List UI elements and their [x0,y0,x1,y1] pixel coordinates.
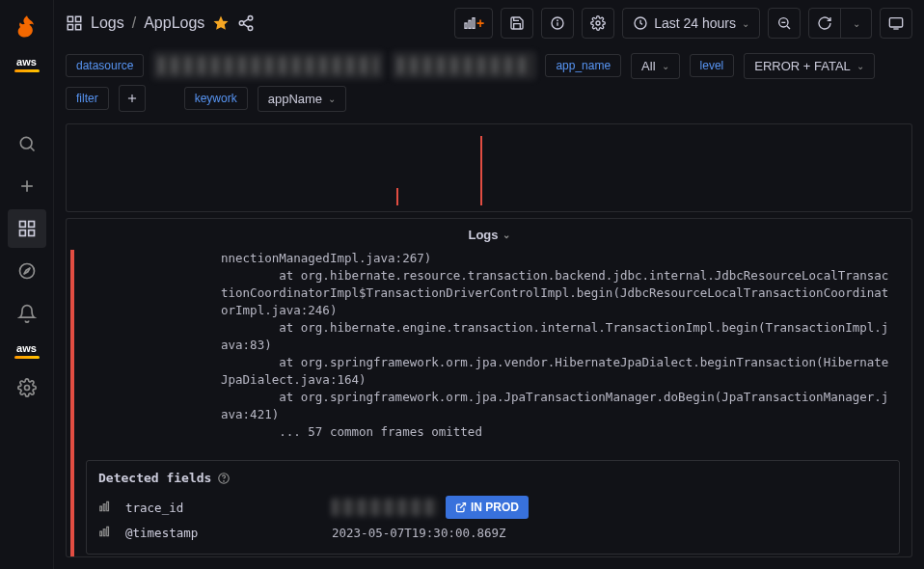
field-value: IN PROD [332,496,529,519]
svg-point-16 [249,16,254,21]
svg-point-17 [240,21,245,26]
svg-line-41 [460,503,466,509]
datasource-selector[interactable] [153,52,383,79]
detected-fields-title-text: Detected fields [98,471,211,485]
time-range-picker[interactable]: Last 24 hours ⌄ [622,8,760,39]
dashboards-icon[interactable] [8,209,46,248]
breadcrumb: Logs / AppLogs [66,14,255,32]
dashboard-content: Logs ⌄ nnectionManagedImpl.java:267) at … [54,118,924,569]
histogram-bar [480,136,482,205]
field-name: trace_id [125,501,318,515]
stats-icon[interactable] [98,525,112,541]
logs-body: nnectionManagedImpl.java:267) at org.hib… [70,250,911,556]
svg-point-26 [557,20,558,21]
app-name-selector[interactable]: All ⌄ [631,53,679,79]
chevron-down-icon: ⌄ [662,61,669,71]
svg-rect-39 [103,503,105,510]
app-name-label: app_name [545,54,621,77]
svg-point-18 [249,26,254,31]
svg-rect-5 [28,222,34,228]
chevron-down-icon: ⌄ [742,18,749,29]
svg-rect-14 [76,25,81,30]
main-content: Logs / AppLogs + Last 24 hours ⌄ [54,0,924,569]
svg-rect-7 [28,230,34,236]
breadcrumb-separator: / [132,14,136,32]
svg-point-37 [224,480,225,481]
star-icon[interactable] [212,14,230,32]
svg-rect-32 [889,18,902,27]
svg-rect-42 [100,531,102,536]
svg-rect-38 [100,506,102,511]
refresh-button[interactable] [808,8,841,39]
level-label: level [690,54,735,77]
svg-rect-11 [68,16,72,21]
breadcrumb-section[interactable]: Logs [91,14,124,32]
svg-marker-9 [23,268,30,275]
aws-nav-icon[interactable]: aws [8,337,46,365]
datasource-label: datasource [66,54,144,77]
histogram-panel[interactable] [66,123,912,212]
svg-rect-22 [469,20,471,28]
logs-panel: Logs ⌄ nnectionManagedImpl.java:267) at … [66,218,912,557]
in-prod-label: IN PROD [471,501,519,514]
settings-icon[interactable] [8,368,46,407]
stats-icon[interactable] [98,500,112,516]
breadcrumb-page[interactable]: AppLogs [144,14,204,32]
keyword-selector[interactable]: appName ⌄ [258,86,346,112]
svg-point-8 [19,264,34,279]
field-value: 2023-05-07T19:30:00.869Z [332,526,506,540]
svg-rect-6 [19,230,25,236]
svg-rect-23 [473,18,475,29]
svg-rect-21 [465,23,467,28]
svg-line-19 [244,19,249,22]
svg-marker-15 [214,16,229,30]
alerting-icon[interactable] [8,294,46,333]
explore-icon[interactable] [8,252,46,290]
settings-button[interactable] [582,8,614,39]
add-filter-button[interactable] [119,85,146,112]
field-name: @timestamp [125,526,318,540]
chevron-down-icon: ⌄ [856,61,864,71]
plus-icon[interactable] [8,167,46,205]
zoom-out-button[interactable] [768,8,801,39]
svg-line-1 [30,148,34,151]
svg-point-0 [20,137,32,149]
svg-line-30 [787,26,790,29]
apps-icon[interactable] [66,14,83,32]
svg-point-10 [24,386,29,391]
share-icon[interactable] [237,14,255,32]
save-button[interactable] [501,8,533,39]
refresh-interval-dropdown[interactable]: ⌄ [841,8,872,39]
in-prod-button[interactable]: IN PROD [446,496,529,519]
svg-rect-12 [76,16,81,21]
svg-rect-40 [107,501,109,510]
variable-row-2: filter keywork appName ⌄ [54,85,924,118]
chevron-down-icon: ⌄ [503,230,510,240]
detected-fields-title: Detected fields [98,471,887,485]
svg-rect-4 [19,222,25,228]
info-button[interactable] [541,8,574,39]
datasource-selector-2[interactable] [393,52,535,79]
variable-row-1: datasource app_name All ⌄ level ERROR + … [54,46,924,85]
search-icon[interactable] [8,124,46,163]
logs-panel-title: Logs [468,228,498,242]
detected-fields-section: Detected fields trace_id IN PROD [86,460,900,555]
level-selector[interactable]: ERROR + FATAL ⌄ [744,53,875,79]
keyword-label: keywork [184,87,248,110]
add-panel-button[interactable]: + [454,8,493,39]
keyword-value: appName [268,92,322,106]
topbar: Logs / AppLogs + Last 24 hours ⌄ [54,0,924,46]
histogram-bar [396,188,398,205]
level-value: ERROR + FATAL [754,59,851,73]
grafana-logo-icon[interactable] [8,8,46,46]
stack-trace[interactable]: nnectionManagedImpl.java:267) at org.hib… [221,250,900,441]
aws-logo-icon[interactable]: aws [8,50,46,78]
chevron-down-icon: ⌄ [328,94,336,104]
field-row-timestamp: @timestamp 2023-05-07T19:30:00.869Z [98,522,887,544]
kiosk-button[interactable] [880,8,912,39]
external-link-icon [455,501,467,513]
filter-label: filter [66,87,109,110]
svg-rect-43 [103,529,105,536]
logs-panel-header[interactable]: Logs ⌄ [67,219,911,250]
help-icon[interactable] [217,472,231,485]
